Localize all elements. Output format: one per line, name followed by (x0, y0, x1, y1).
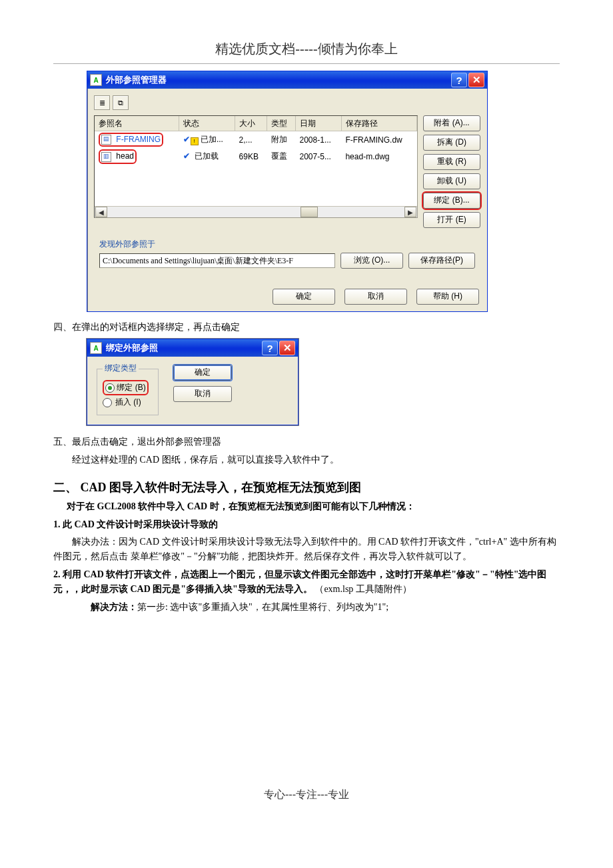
section-2-heading: 二、 CAD 图导入软件时无法导入，在预览框无法预览到图 (53, 479, 560, 495)
found-path-input[interactable]: C:\Documents and Settings\liujuan\桌面\新建文… (99, 253, 335, 268)
open-button[interactable]: 打开 (E) (423, 212, 480, 228)
ref-name: F-FRAMING (116, 135, 161, 144)
titlebar: A 外部参照管理器 ? ✕ (87, 71, 487, 89)
ref-date: 2007-5... (296, 148, 342, 165)
page-footer: 专心---专注---专业 (53, 788, 560, 802)
radio-bind-label: 绑定 (B) (117, 383, 145, 392)
savepath-button[interactable]: 保存路径(P) (408, 253, 475, 269)
ref-path: head-m.dwg (341, 148, 416, 165)
scroll-left-icon[interactable]: ◀ (95, 207, 107, 217)
table-row[interactable]: ▤ F-FRAMING ✔! 已加... 2,... 附加 2008-1... (95, 131, 417, 149)
tree-view-icon[interactable]: ⧉ (113, 95, 129, 110)
radio-bind[interactable] (105, 383, 115, 393)
section-2-item2-body: 解决方法：第一步: 选中该"多重插入块"，在其属性里将行、列均改为"1"; (53, 600, 560, 615)
ref-type: 覆盖 (267, 148, 296, 165)
section-2-item1-title: 1. 此 CAD 文件设计时采用块设计导致的 (53, 517, 560, 532)
found-at-label: 发现外部参照于 (99, 239, 475, 250)
col-status[interactable]: 状态 (179, 116, 235, 131)
step-5a-text: 五、最后点击确定，退出外部参照管理器 (53, 435, 560, 449)
unload-button[interactable]: 卸载 (U) (423, 173, 480, 189)
view-toolbar: ≣ ⧉ (94, 95, 480, 110)
bind-xref-dialog: A 绑定外部参照 ? ✕ 绑定类型 绑定 (B) 插入 (I) (87, 339, 299, 425)
check-icon: ✔ (183, 151, 190, 161)
xref-manager-dialog: A 外部参照管理器 ? ✕ ≣ ⧉ 参照名 状态 大小 类型 (87, 71, 488, 312)
col-type[interactable]: 类型 (267, 116, 296, 131)
col-name[interactable]: 参照名 (95, 116, 179, 131)
ref-name: head (116, 151, 134, 161)
bind-button[interactable]: 绑定 (B)... (423, 193, 480, 209)
section-2-item2-body-text: 第一步: 选中该"多重插入块"，在其属性里将行、列均改为"1"; (137, 602, 388, 612)
step-4-text: 四、在弹出的对话框内选择绑定，再点击确定 (53, 320, 560, 335)
ok-button[interactable]: 确定 (273, 289, 335, 305)
titlebar-close-button[interactable]: ✕ (468, 73, 484, 87)
xref-icon: ▤ (101, 135, 111, 145)
section-2-intro: 对于在 GCL2008 软件中导入 CAD 时，在预览框无法预览到图可能有以下几… (67, 499, 560, 514)
reload-button[interactable]: 重载 (R) (423, 154, 480, 170)
dialog-title: 绑定外部参照 (106, 342, 261, 354)
header-separator (53, 63, 560, 64)
dialog-title: 外部参照管理器 (106, 74, 450, 86)
detach-button[interactable]: 拆离 (D) (423, 135, 480, 151)
step-5b-text: 经过这样处理的 CAD 图纸，保存后，就可以直接导入软件中了。 (72, 453, 560, 467)
page-header: 精选优质文档-----倾情为你奉上 (53, 40, 560, 58)
warn-icon: ! (191, 137, 199, 145)
scroll-thumb[interactable] (301, 207, 318, 217)
cancel-button[interactable]: 取消 (173, 386, 232, 402)
table-row[interactable]: ▥ head ✔ 已加载 69KB 覆盖 2007-5... h (95, 148, 417, 165)
cancel-button[interactable]: 取消 (344, 289, 407, 305)
titlebar-help-button[interactable]: ? (262, 341, 278, 355)
col-size[interactable]: 大小 (235, 116, 267, 131)
table-header-row: 参照名 状态 大小 类型 日期 保存路径 (95, 116, 417, 131)
ref-path: F-FRAMING.dw (341, 131, 416, 149)
bind-type-group: 绑定类型 绑定 (B) 插入 (I) (97, 363, 159, 415)
browse-button[interactable]: 浏览 (O)... (340, 253, 403, 269)
scroll-right-icon[interactable]: ▶ (404, 207, 416, 217)
attach-button[interactable]: 附着 (A)... (423, 115, 480, 131)
list-view-icon[interactable]: ≣ (94, 95, 110, 110)
section-2-item1-body: 解决办法：因为 CAD 文件设计时采用块设计导致无法导入到软件中的。用 CAD … (53, 535, 560, 565)
ref-size: 2,... (235, 131, 267, 149)
ref-size: 69KB (235, 148, 267, 165)
bind-type-legend: 绑定类型 (103, 363, 139, 374)
titlebar-close-button[interactable]: ✕ (279, 341, 295, 355)
titlebar: A 绑定外部参照 ? ✕ (87, 339, 298, 357)
radio-insert[interactable] (103, 398, 112, 407)
ref-date: 2008-1... (296, 131, 342, 149)
ok-button[interactable]: 确定 (173, 365, 232, 381)
horizontal-scrollbar[interactable]: ◀ ▶ (95, 206, 417, 217)
titlebar-help-button[interactable]: ? (451, 73, 467, 87)
radio-insert-label: 插入 (I) (115, 397, 141, 408)
app-icon: A (90, 74, 102, 86)
col-savepath[interactable]: 保存路径 (341, 116, 416, 131)
ref-status: 已加载 (195, 151, 219, 161)
col-date[interactable]: 日期 (296, 116, 342, 131)
section-2-item2-note: （exm.lsp 工具随附件） (314, 584, 411, 594)
check-icon: ✔ (183, 135, 190, 144)
section-2-item2-title: 2. 利用 CAD 软件打开该文件，点选图上一个图元，但显示该文件图元全部选中，… (53, 569, 546, 594)
ref-type: 附加 (267, 131, 296, 149)
app-icon: A (90, 342, 102, 354)
xref-table: 参照名 状态 大小 类型 日期 保存路径 ▤ F-FRAMING (94, 115, 418, 218)
help-button[interactable]: 帮助 (H) (416, 289, 479, 305)
ref-status: 已加... (201, 135, 223, 144)
xref-icon: ▥ (101, 152, 111, 162)
